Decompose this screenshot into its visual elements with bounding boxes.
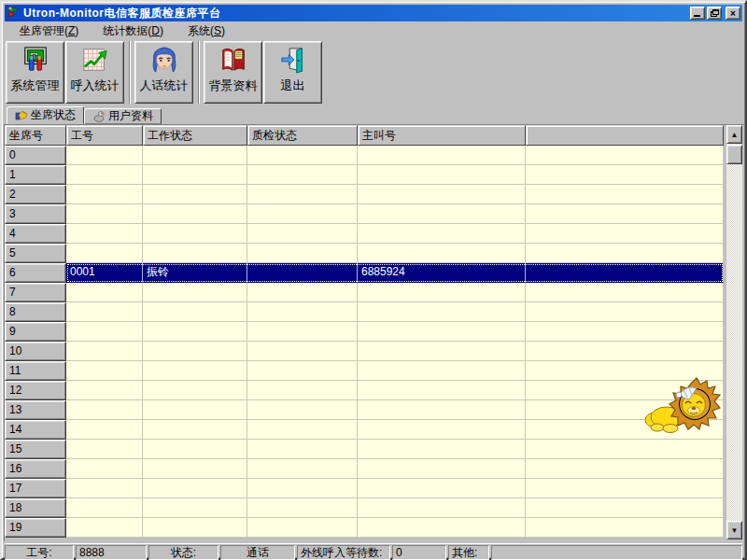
- column-header-seat[interactable]: 坐席号: [5, 125, 66, 146]
- table-row[interactable]: 2: [5, 185, 724, 204]
- worker-id-cell[interactable]: [66, 342, 143, 361]
- caller-number-cell[interactable]: [358, 342, 526, 361]
- filler-cell[interactable]: [526, 165, 724, 185]
- worker-id-cell[interactable]: [66, 322, 143, 342]
- filler-cell[interactable]: [526, 440, 724, 459]
- work-status-cell[interactable]: [143, 204, 247, 224]
- qc-status-cell[interactable]: [247, 342, 358, 361]
- filler-cell[interactable]: [526, 459, 724, 479]
- filler-cell[interactable]: [526, 518, 724, 538]
- qc-status-cell[interactable]: [247, 420, 358, 440]
- scroll-up-button[interactable]: ▲: [726, 125, 742, 144]
- vertical-scrollbar[interactable]: ▲ ▼: [726, 125, 742, 539]
- row-header-cell[interactable]: 17: [5, 479, 66, 498]
- table-row[interactable]: 3: [5, 204, 724, 224]
- work-status-cell[interactable]: [143, 440, 247, 459]
- menu-item-statistics[interactable]: 统计数据(D): [95, 22, 171, 40]
- qc-status-cell[interactable]: [247, 518, 358, 538]
- qc-status-cell[interactable]: [247, 400, 358, 420]
- table-row[interactable]: 10: [5, 342, 724, 361]
- table-row[interactable]: 17: [5, 479, 724, 498]
- work-status-cell[interactable]: [143, 518, 247, 538]
- qc-status-cell[interactable]: [247, 224, 358, 244]
- worker-id-cell[interactable]: [66, 479, 143, 498]
- caller-number-cell[interactable]: [358, 400, 526, 420]
- caller-number-cell[interactable]: [358, 302, 526, 322]
- row-header-cell[interactable]: 13: [5, 400, 66, 420]
- worker-id-cell[interactable]: [66, 420, 143, 440]
- work-status-cell[interactable]: [143, 400, 247, 420]
- background-info-button[interactable]: 背景资料: [204, 41, 262, 104]
- system-management-button[interactable]: 系统管理: [6, 41, 64, 104]
- qc-status-cell[interactable]: [247, 283, 358, 302]
- caller-number-cell[interactable]: [358, 498, 526, 518]
- worker-id-cell[interactable]: [66, 283, 143, 302]
- restore-button[interactable]: [707, 7, 722, 20]
- qc-status-cell[interactable]: [247, 322, 358, 342]
- caller-number-cell[interactable]: [358, 146, 526, 165]
- row-header-cell[interactable]: 15: [5, 440, 66, 459]
- caller-number-cell[interactable]: [358, 165, 526, 185]
- table-row[interactable]: 9: [5, 322, 724, 342]
- table-row[interactable]: 11: [5, 361, 724, 381]
- filler-cell[interactable]: [526, 498, 724, 518]
- caller-number-cell[interactable]: [358, 204, 526, 224]
- work-status-cell[interactable]: [143, 224, 247, 244]
- qc-status-cell[interactable]: [247, 440, 358, 459]
- row-header-cell[interactable]: 10: [5, 342, 66, 361]
- work-status-cell[interactable]: [143, 479, 247, 498]
- work-status-cell[interactable]: [143, 459, 247, 479]
- qc-status-cell[interactable]: [247, 381, 358, 400]
- qc-status-cell[interactable]: [247, 459, 358, 479]
- table-row[interactable]: 13: [5, 400, 724, 420]
- row-header-cell[interactable]: 19: [5, 518, 66, 538]
- work-status-cell[interactable]: [143, 420, 247, 440]
- filler-cell[interactable]: [526, 244, 724, 263]
- table-row[interactable]: 15: [5, 440, 724, 459]
- qc-status-cell[interactable]: [247, 146, 358, 165]
- row-header-cell[interactable]: 12: [5, 381, 66, 400]
- qc-status-cell[interactable]: [247, 204, 358, 224]
- minimize-button[interactable]: [690, 7, 705, 20]
- work-status-cell[interactable]: [143, 185, 247, 204]
- title-bar[interactable]: Utron-Monitor电信客服质检座席平台 ×: [5, 5, 742, 21]
- row-header-cell[interactable]: 7: [5, 283, 66, 302]
- work-status-cell[interactable]: [143, 165, 247, 185]
- work-status-cell[interactable]: [143, 322, 247, 342]
- table-row[interactable]: 4: [5, 224, 724, 244]
- row-header-cell[interactable]: 6: [5, 263, 66, 283]
- caller-number-cell[interactable]: [358, 459, 526, 479]
- worker-id-cell[interactable]: [66, 459, 143, 479]
- worker-id-cell[interactable]: [66, 204, 143, 224]
- worker-id-cell[interactable]: [66, 244, 143, 263]
- filler-cell[interactable]: [526, 322, 724, 342]
- caller-number-cell[interactable]: [358, 185, 526, 204]
- work-status-cell[interactable]: [143, 302, 247, 322]
- caller-number-cell[interactable]: [358, 479, 526, 498]
- work-status-cell[interactable]: [143, 498, 247, 518]
- row-header-cell[interactable]: 4: [5, 224, 66, 244]
- row-header-cell[interactable]: 8: [5, 302, 66, 322]
- caller-number-cell[interactable]: [358, 440, 526, 459]
- worker-id-cell[interactable]: 0001: [66, 263, 143, 283]
- filler-cell[interactable]: [526, 146, 724, 165]
- qc-status-cell[interactable]: [247, 361, 358, 381]
- work-status-cell[interactable]: 振铃: [143, 263, 247, 283]
- menu-item-system[interactable]: 系统(S): [180, 22, 233, 40]
- qc-status-cell[interactable]: [247, 479, 358, 498]
- qc-status-cell[interactable]: [247, 244, 358, 263]
- column-header-qcstatus[interactable]: 质检状态: [247, 125, 358, 146]
- qc-status-cell[interactable]: [247, 185, 358, 204]
- menu-item-seat-management[interactable]: 坐席管理(Z): [12, 22, 86, 40]
- row-header-cell[interactable]: 3: [5, 204, 66, 224]
- worker-id-cell[interactable]: [66, 498, 143, 518]
- worker-id-cell[interactable]: [66, 440, 143, 459]
- qc-status-cell[interactable]: [247, 302, 358, 322]
- incoming-call-stats-button[interactable]: 呼入统计: [65, 41, 124, 104]
- table-row[interactable]: 19: [5, 518, 724, 538]
- caller-number-cell[interactable]: [358, 224, 526, 244]
- worker-id-cell[interactable]: [66, 361, 143, 381]
- voice-stats-button[interactable]: 人话统计: [134, 41, 193, 104]
- work-status-cell[interactable]: [143, 342, 247, 361]
- caller-number-cell[interactable]: [358, 381, 526, 400]
